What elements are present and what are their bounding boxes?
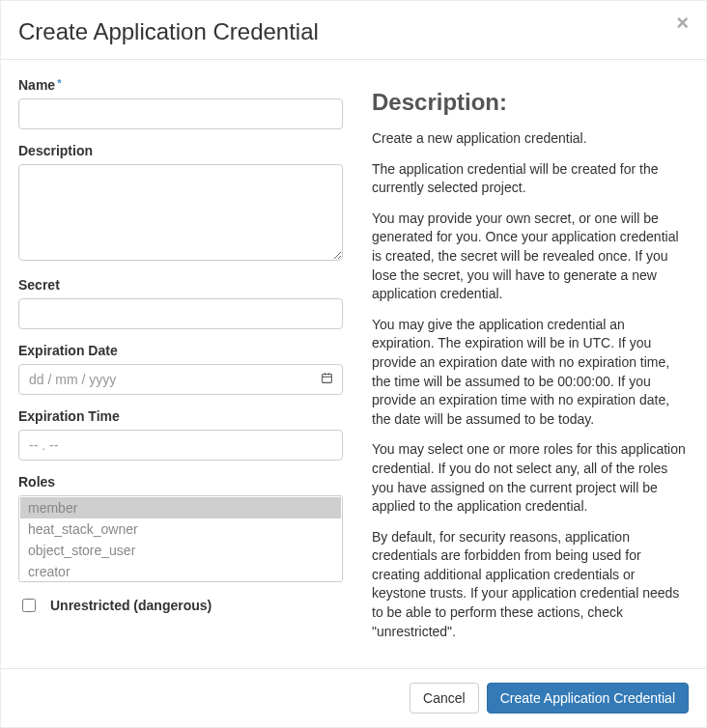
roles-select[interactable]: memberheat_stack_ownerobject_store_userc…	[18, 495, 343, 582]
name-input[interactable]	[18, 98, 343, 129]
secret-label: Secret	[18, 277, 343, 293]
close-icon: ×	[676, 11, 689, 35]
help-paragraph: By default, for security reasons, applic…	[372, 528, 689, 642]
description-label: Description	[18, 143, 343, 158]
create-application-credential-modal: Create Application Credential × Name* De…	[0, 0, 707, 728]
name-label: Name*	[18, 77, 343, 93]
modal-title: Create Application Credential	[18, 18, 319, 45]
help-paragraph: You may provide your own secret, or one …	[372, 210, 689, 304]
unrestricted-label[interactable]: Unrestricted (dangerous)	[50, 598, 212, 613]
help-column: Description: Create a new application cr…	[372, 77, 689, 668]
expiration-date-input[interactable]	[18, 364, 343, 395]
modal-footer: Cancel Create Application Credential	[1, 668, 706, 727]
roles-option[interactable]: heat_stack_owner	[20, 518, 341, 540]
expiration-date-label: Expiration Date	[18, 343, 343, 358]
required-asterisk-icon: *	[57, 77, 61, 89]
create-application-credential-button[interactable]: Create Application Credential	[487, 683, 689, 714]
roles-option[interactable]: creator	[20, 561, 341, 582]
expiration-time-input[interactable]	[18, 430, 343, 461]
secret-input[interactable]	[18, 298, 343, 329]
help-paragraph: Create a new application credential.	[372, 129, 689, 149]
roles-option[interactable]: object_store_user	[20, 540, 341, 561]
help-heading: Description:	[372, 89, 689, 116]
roles-label: Roles	[18, 474, 343, 490]
unrestricted-checkbox[interactable]	[22, 599, 36, 612]
help-paragraph: You may select one or more roles for thi…	[372, 440, 689, 516]
modal-header: Create Application Credential ×	[1, 1, 706, 60]
help-paragraph: You may give the application credential …	[372, 316, 689, 430]
modal-body: Name* Description Secret Expiration Date	[1, 60, 706, 668]
roles-option[interactable]: member	[20, 497, 341, 518]
help-paragraph: The application credential will be creat…	[372, 160, 689, 198]
close-button[interactable]: ×	[676, 13, 689, 34]
description-textarea[interactable]	[18, 164, 343, 261]
form-column: Name* Description Secret Expiration Date	[18, 77, 343, 668]
expiration-time-label: Expiration Time	[18, 408, 343, 424]
cancel-button[interactable]: Cancel	[410, 683, 479, 714]
